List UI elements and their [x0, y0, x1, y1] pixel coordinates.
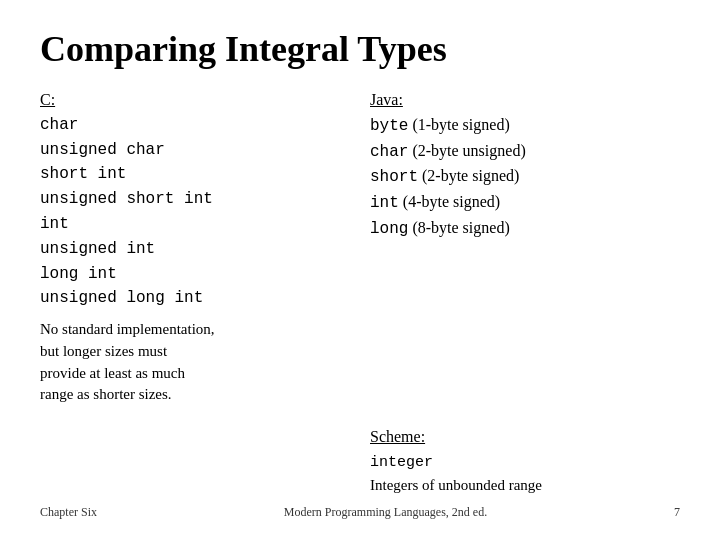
- c-label: C:: [40, 88, 350, 113]
- footer-center: Modern Programming Languages, 2nd ed.: [97, 505, 674, 520]
- no-standard-line2: but longer sizes must: [40, 343, 167, 359]
- java-label: Java:: [370, 91, 403, 108]
- c-item-short-int: short int: [40, 162, 350, 187]
- c-item-unsigned-short-int: unsigned short int: [40, 187, 350, 212]
- no-standard-line3: provide at least as much: [40, 365, 185, 381]
- c-item-unsigned-long-int: unsigned long int: [40, 286, 350, 311]
- left-column: C: char unsigned char short int unsigned…: [40, 88, 350, 497]
- scheme-code: integer: [370, 454, 433, 471]
- c-item-long-int: long int: [40, 262, 350, 287]
- footer: Chapter Six Modern Programming Languages…: [40, 505, 680, 520]
- slide: Comparing Integral Types C: char unsigne…: [0, 0, 720, 540]
- java-item-byte: byte (1-byte signed): [370, 116, 510, 133]
- no-standard-line1: No standard implementation,: [40, 321, 215, 337]
- java-section: Java: byte (1-byte signed) char (2-byte …: [370, 88, 680, 242]
- c-item-unsigned-int: unsigned int: [40, 237, 350, 262]
- no-standard-line4: range as shorter sizes.: [40, 386, 172, 402]
- footer-right: 7: [674, 505, 680, 520]
- footer-left: Chapter Six: [40, 505, 97, 520]
- java-item-char: char (2-byte unsigned): [370, 142, 526, 159]
- slide-title: Comparing Integral Types: [40, 28, 680, 70]
- content-area: C: char unsigned char short int unsigned…: [40, 88, 680, 497]
- java-item-int: int (4-byte signed): [370, 193, 500, 210]
- c-item-int: int: [40, 212, 350, 237]
- scheme-label: Scheme:: [370, 428, 425, 445]
- scheme-desc: Integers of unbounded range: [370, 477, 542, 493]
- right-column: Java: byte (1-byte signed) char (2-byte …: [370, 88, 680, 497]
- java-item-short: short (2-byte signed): [370, 167, 519, 184]
- no-standard-note: No standard implementation, but longer s…: [40, 319, 350, 406]
- c-item-char: char: [40, 113, 350, 138]
- c-item-unsigned-char: unsigned char: [40, 138, 350, 163]
- java-item-long: long (8-byte signed): [370, 219, 510, 236]
- scheme-section: Scheme: integer Integers of unbounded ra…: [370, 425, 680, 497]
